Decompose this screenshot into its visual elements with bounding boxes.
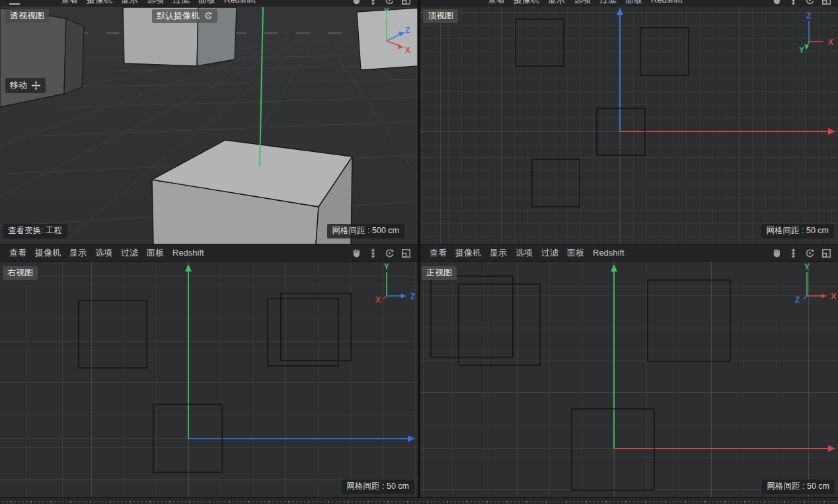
camera-rotate-icon[interactable]: [204, 11, 213, 20]
maximize-view-icon[interactable]: [400, 248, 412, 259]
menu-item-view[interactable]: 查看: [430, 245, 447, 261]
axis-y-label: Y: [804, 262, 810, 271]
app-window: 查看 摄像机 显示 选项 过滤 面板 Redshift: [0, 0, 838, 504]
axis-x-label: X: [828, 38, 833, 47]
cube-foreground[interactable]: [152, 140, 352, 244]
axis-z-label: Z: [410, 292, 415, 301]
menu-item-camera[interactable]: 摄像机: [35, 245, 61, 261]
menu-item-panel[interactable]: 面板: [198, 0, 215, 7]
cube-wireframe[interactable]: [648, 280, 730, 361]
menu-item-filter[interactable]: 过滤: [599, 0, 617, 7]
menu-item-filter[interactable]: 过滤: [541, 245, 558, 261]
rotate-view-icon[interactable]: [384, 248, 395, 259]
cube-wireframe[interactable]: [515, 19, 564, 66]
camera-name-text: 默认摄像机: [157, 10, 200, 22]
rotate-view-icon[interactable]: [804, 0, 816, 6]
pan-icon[interactable]: [351, 248, 362, 259]
cube-wireframe[interactable]: [431, 276, 513, 357]
top-menubar-row: 查看 摄像机 显示 选项 过滤 面板 Redshift: [0, 0, 838, 7]
cube-wireframe[interactable]: [532, 159, 580, 207]
menu-item-camera[interactable]: 摄像机: [87, 0, 112, 7]
viewport-top[interactable]: Z X Y 顶视图 网格间距 : 50 cm: [420, 7, 838, 244]
cube-wireframe[interactable]: [572, 409, 654, 490]
axis-y-label: Y: [384, 7, 389, 16]
axis-y-label: Y: [384, 262, 389, 271]
dolly-icon[interactable]: [788, 248, 799, 259]
cube-back-right[interactable]: [357, 8, 418, 70]
timeline-ruler[interactable]: [0, 497, 838, 504]
menu-item-options[interactable]: 选项: [574, 0, 591, 7]
grid-spacing-label: 网格间距 : 500 cm: [327, 224, 404, 238]
viewport-front[interactable]: Y X Z 正视图 网格间距 : 50 cm: [420, 262, 838, 497]
axis-x-label: X: [375, 295, 381, 305]
pan-icon[interactable]: [351, 0, 362, 6]
cube-wireframes: [515, 19, 689, 207]
axis-z-label: Z: [405, 26, 410, 35]
axis-y-label: Y: [799, 46, 804, 55]
menu-item-display[interactable]: 显示: [490, 245, 507, 261]
grid-spacing-label: 网格间距 : 50 cm: [762, 480, 835, 494]
maximize-view-icon[interactable]: [821, 248, 832, 259]
cube-wireframe[interactable]: [268, 299, 338, 366]
world-y-axis: [611, 264, 617, 449]
menu-item-redshift[interactable]: Redshift: [172, 245, 204, 261]
world-x-axis: [620, 128, 835, 135]
cube-wireframe[interactable]: [459, 284, 540, 365]
menu-item-panel[interactable]: 面板: [625, 0, 642, 7]
menu-item-display[interactable]: 显示: [548, 0, 565, 7]
pan-icon[interactable]: [771, 0, 782, 6]
rotate-view-icon[interactable]: [804, 248, 816, 259]
maximize-view-icon[interactable]: [821, 0, 832, 6]
axis-x-label: X: [405, 46, 410, 55]
top-view-menubar-clipped[interactable]: 查看 摄像机 显示 选项 过滤 面板 Redshift: [420, 0, 838, 7]
rotate-view-icon[interactable]: [384, 0, 395, 6]
grid-spacing-label: 网格间距 : 50 cm: [342, 480, 414, 494]
menu-item-view[interactable]: 查看: [9, 245, 26, 261]
hamburger-icon[interactable]: [9, 0, 20, 5]
viewport-name-label: 右视图: [3, 266, 38, 280]
pan-icon[interactable]: [771, 248, 782, 259]
move-tool-text: 移动: [10, 79, 27, 91]
front-view-menubar: 查看 摄像机 显示 选项 过滤 面板 Redshift: [420, 244, 838, 262]
menu-item-camera[interactable]: 摄像机: [514, 0, 539, 7]
world-y-axis: [185, 264, 192, 439]
menu-item-panel[interactable]: 面板: [567, 245, 584, 261]
menu-item-filter[interactable]: 过滤: [172, 0, 190, 7]
menu-item-display[interactable]: 显示: [69, 245, 87, 261]
menu-item-view[interactable]: 查看: [488, 0, 505, 7]
perspective-menubar-clipped[interactable]: 查看 摄像机 显示 选项 过滤 面板 Redshift: [0, 0, 418, 7]
menu-item-display[interactable]: 显示: [121, 0, 138, 7]
menu-item-panel[interactable]: 面板: [147, 245, 164, 261]
dolly-icon[interactable]: [367, 0, 379, 6]
maximize-view-icon[interactable]: [400, 0, 412, 6]
menu-item-options[interactable]: 选项: [515, 245, 533, 261]
viewport-right[interactable]: Y Z X 右视图 网格间距 : 50 cm: [0, 262, 418, 497]
menu-item-options[interactable]: 选项: [95, 245, 112, 261]
view-transform-label: 查看变换: 工程: [3, 224, 67, 238]
menu-item-view[interactable]: 查看: [61, 0, 78, 7]
cube-wireframe[interactable]: [281, 293, 351, 361]
menu-item-filter[interactable]: 过滤: [121, 245, 138, 261]
axis-x-label: X: [831, 292, 836, 301]
menu-item-redshift[interactable]: Redshift: [224, 0, 256, 7]
move-icon: [31, 81, 41, 90]
cube-wireframe[interactable]: [79, 301, 147, 368]
viewport-perspective[interactable]: Y Z X 透视视图 默认摄像机 移动 查看变换: 工程 网格间距 : 500 …: [0, 7, 418, 244]
menu-item-options[interactable]: 选项: [147, 0, 164, 7]
axis-gizmo: Y Z X: [375, 262, 415, 305]
menu-item-redshift[interactable]: Redshift: [651, 0, 683, 7]
menu-item-camera[interactable]: 摄像机: [455, 245, 481, 261]
world-z-axis: [617, 8, 623, 131]
dolly-icon[interactable]: [788, 0, 799, 6]
axis-z-label: Z: [795, 295, 800, 305]
move-tool-label: 移动: [5, 78, 46, 93]
cube-wireframe[interactable]: [640, 28, 689, 75]
world-x-axis: [614, 445, 835, 452]
viewport-name-label: 透视视图: [5, 9, 49, 23]
dolly-icon[interactable]: [367, 248, 379, 259]
camera-name-label: 默认摄像机: [152, 9, 217, 23]
menu-item-redshift[interactable]: Redshift: [593, 245, 625, 261]
right-view-menubar: 查看 摄像机 显示 选项 过滤 面板 Redshift: [0, 244, 418, 262]
viewport-name-label: 正视图: [422, 266, 457, 280]
axis-gizmo: Z X Y: [799, 11, 833, 55]
